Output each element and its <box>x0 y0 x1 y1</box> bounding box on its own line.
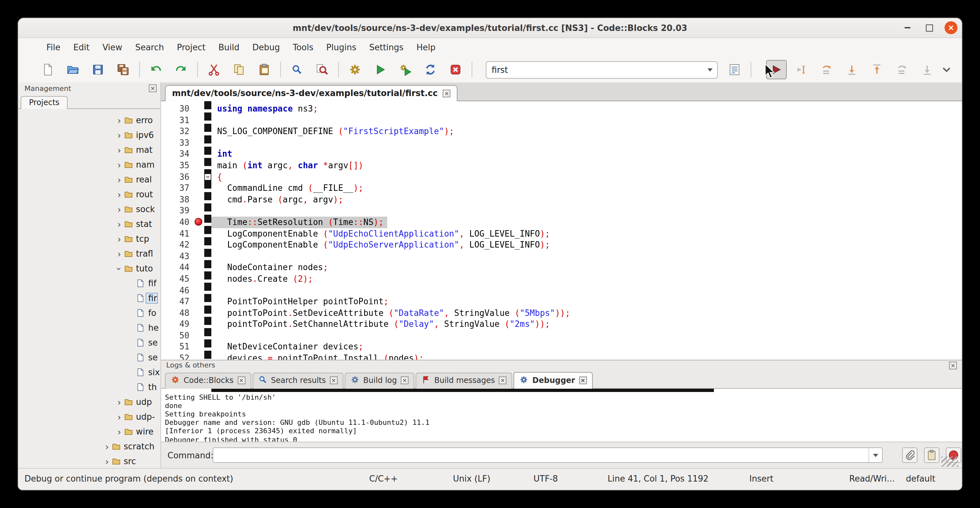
line-number[interactable]: 48 <box>161 307 193 318</box>
breakpoint-margin[interactable] <box>193 194 204 205</box>
close-button[interactable]: × <box>945 21 958 34</box>
fold-margin[interactable] <box>204 273 212 285</box>
chevron-right-icon[interactable]: › <box>114 189 124 199</box>
code-line-46[interactable]: 46 <box>161 285 962 296</box>
open-files-list-button[interactable] <box>724 60 745 79</box>
attach-button[interactable] <box>902 448 918 463</box>
fold-margin[interactable] <box>204 239 212 250</box>
log-tab-build-messages[interactable]: Build messages× <box>415 372 512 389</box>
redo-button[interactable] <box>171 60 191 79</box>
code-line-49[interactable]: 49 pointToPoint.SetChannelAttribute ("De… <box>161 319 962 330</box>
breakpoint-margin[interactable] <box>193 296 204 307</box>
paste-button[interactable] <box>254 60 274 79</box>
code-line-35[interactable]: 35main (int argc, char *argv[]) <box>161 160 962 171</box>
breakpoint-margin[interactable] <box>193 353 204 360</box>
titlebar[interactable]: mnt/dev/tools/source/ns-3-dev/examples/t… <box>18 18 962 38</box>
menu-settings[interactable]: Settings <box>363 40 410 54</box>
code-line-36[interactable]: 36{ <box>161 171 962 182</box>
log-tab-search-results[interactable]: Search results× <box>252 372 344 389</box>
breakpoint-icon[interactable] <box>194 218 202 226</box>
command-dropdown[interactable] <box>869 448 882 463</box>
code-line-47[interactable]: 47 PointToPointHelper pointToPoint; <box>161 296 962 307</box>
tree-item-stat[interactable]: ›stat <box>18 217 161 231</box>
fold-margin[interactable] <box>204 296 212 307</box>
panel-resize-grip[interactable] <box>941 456 958 467</box>
log-tab-debugger[interactable]: Debugger× <box>514 372 592 389</box>
breakpoint-margin[interactable] <box>193 217 204 228</box>
breakpoint-margin[interactable] <box>193 319 204 330</box>
log-tab-build-log[interactable]: Build log× <box>345 372 414 389</box>
breakpoint-margin[interactable] <box>193 205 204 217</box>
code-line-34[interactable]: 34int <box>161 149 962 160</box>
breakpoint-margin[interactable] <box>193 273 204 285</box>
fold-marker-icon[interactable] <box>204 173 212 180</box>
editor-tab-close-button[interactable]: × <box>443 89 451 97</box>
copy-button[interactable] <box>229 60 249 79</box>
line-number[interactable]: 50 <box>161 330 193 341</box>
menu-debug[interactable]: Debug <box>246 40 286 54</box>
line-number[interactable]: 46 <box>161 285 193 296</box>
log-tab-close-button[interactable]: × <box>237 376 245 384</box>
line-number[interactable]: 36 <box>161 171 193 182</box>
code-line-41[interactable]: 41 LogComponentEnable ("UdpEchoClientApp… <box>161 228 962 239</box>
code-line-48[interactable]: 48 pointToPoint.SetDeviceAttribute ("Dat… <box>161 307 962 318</box>
line-number[interactable]: 39 <box>161 205 193 217</box>
fold-margin[interactable] <box>204 285 212 296</box>
fold-margin[interactable] <box>204 137 212 149</box>
fold-margin[interactable] <box>204 217 212 228</box>
build-and-run-button[interactable] <box>395 60 415 79</box>
code-line-30[interactable]: 30using namespace ns3; <box>161 103 962 115</box>
management-close-button[interactable]: × <box>149 84 157 92</box>
tree-item-six[interactable]: six <box>18 365 161 380</box>
code-line-40[interactable]: 40 Time::SetResolution (Time::NS); <box>161 217 962 228</box>
breakpoint-margin[interactable] <box>193 171 204 182</box>
search-combo-dropdown[interactable] <box>703 62 718 78</box>
code-line-43[interactable]: 43 <box>161 250 962 262</box>
tree-item-tuto[interactable]: ›tuto <box>18 261 161 276</box>
abort-button[interactable] <box>445 60 466 79</box>
tree-item-fir[interactable]: fir <box>18 291 161 306</box>
tree-item-wire[interactable]: ›wire <box>18 424 161 439</box>
fold-margin[interactable] <box>204 341 212 353</box>
search-input[interactable] <box>487 65 703 75</box>
line-number[interactable]: 45 <box>161 273 193 285</box>
chevron-right-icon[interactable]: › <box>102 441 112 452</box>
log-tab-close-button[interactable]: × <box>330 376 337 384</box>
fold-margin[interactable] <box>204 103 212 115</box>
line-number[interactable]: 38 <box>161 194 193 205</box>
code-line-32[interactable]: 32NS_LOG_COMPONENT_DEFINE ("FirstScriptE… <box>161 126 962 137</box>
tree-item-erro[interactable]: ›erro <box>18 113 161 127</box>
chevron-right-icon[interactable]: › <box>114 130 124 140</box>
debug-continue-button[interactable] <box>767 60 787 79</box>
chevron-right-icon[interactable]: › <box>114 234 124 244</box>
breakpoint-margin[interactable] <box>193 228 204 239</box>
breakpoint-margin[interactable] <box>193 341 204 353</box>
search-combo[interactable] <box>486 61 718 78</box>
breakpoint-margin[interactable] <box>193 262 204 273</box>
cut-button[interactable] <box>204 60 224 79</box>
breakpoint-margin[interactable] <box>193 330 204 341</box>
menu-build[interactable]: Build <box>212 40 246 54</box>
menu-help[interactable]: Help <box>410 40 442 54</box>
chevron-right-icon[interactable]: › <box>114 248 124 259</box>
tree-item-se[interactable]: se <box>18 350 161 365</box>
code-line-33[interactable]: 33 <box>161 137 962 149</box>
find-in-files-button[interactable] <box>312 60 332 79</box>
breakpoint-margin[interactable] <box>193 285 204 296</box>
fold-margin[interactable] <box>204 160 212 171</box>
tree-item-real[interactable]: ›real <box>18 172 161 187</box>
breakpoint-margin[interactable] <box>193 307 204 318</box>
breakpoint-margin[interactable] <box>193 126 204 137</box>
tree-item-nam[interactable]: ›nam <box>18 157 161 172</box>
code-line-51[interactable]: 51 NetDeviceContainer devices; <box>161 341 962 353</box>
code-line-44[interactable]: 44 NodeContainer nodes; <box>161 262 962 273</box>
code-line-52[interactable]: 52 devices = pointToPoint.Install (nodes… <box>161 353 962 360</box>
tree-item-rout[interactable]: ›rout <box>18 187 161 202</box>
command-input[interactable] <box>213 448 869 463</box>
code-editor[interactable]: 30using namespace ns3;3132NS_LOG_COMPONE… <box>161 101 962 360</box>
editor-tab-first-cc[interactable]: mnt/dev/tools/source/ns-3-dev/examples/t… <box>165 85 458 101</box>
logs-close-button[interactable]: × <box>949 361 957 369</box>
line-number[interactable]: 30 <box>161 103 193 115</box>
line-number[interactable]: 47 <box>161 296 193 307</box>
fold-margin[interactable] <box>204 330 212 341</box>
